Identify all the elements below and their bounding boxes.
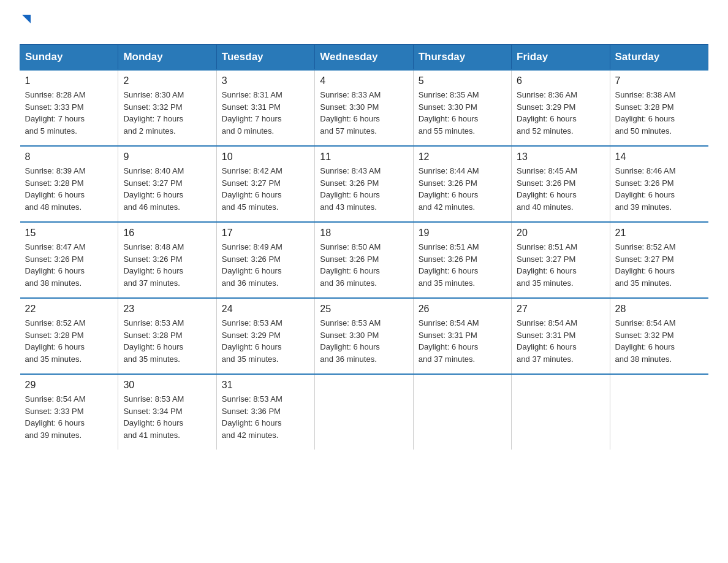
day-info: Sunrise: 8:54 AM Sunset: 3:31 PM Dayligh… — [517, 317, 604, 365]
calendar-cell — [512, 374, 610, 450]
calendar-cell: 29 Sunrise: 8:54 AM Sunset: 3:33 PM Dayl… — [20, 374, 118, 450]
calendar-cell: 24 Sunrise: 8:53 AM Sunset: 3:29 PM Dayl… — [216, 298, 314, 374]
col-header-tuesday: Tuesday — [216, 45, 314, 71]
day-number: 14 — [615, 151, 703, 163]
logo-arrow-icon — [20, 12, 33, 26]
calendar-cell: 27 Sunrise: 8:54 AM Sunset: 3:31 PM Dayl… — [512, 298, 610, 374]
day-info: Sunrise: 8:52 AM Sunset: 3:27 PM Dayligh… — [615, 241, 703, 289]
day-info: Sunrise: 8:53 AM Sunset: 3:28 PM Dayligh… — [123, 317, 211, 365]
day-info: Sunrise: 8:43 AM Sunset: 3:26 PM Dayligh… — [320, 165, 408, 213]
calendar-cell — [413, 374, 511, 450]
calendar-cell: 25 Sunrise: 8:53 AM Sunset: 3:30 PM Dayl… — [315, 298, 413, 374]
calendar-cell: 30 Sunrise: 8:53 AM Sunset: 3:34 PM Dayl… — [118, 374, 216, 450]
day-number: 4 — [320, 75, 408, 86]
day-info: Sunrise: 8:31 AM Sunset: 3:31 PM Dayligh… — [222, 89, 309, 137]
day-info: Sunrise: 8:48 AM Sunset: 3:26 PM Dayligh… — [123, 241, 211, 289]
calendar-week-row: 15 Sunrise: 8:47 AM Sunset: 3:26 PM Dayl… — [20, 222, 708, 298]
day-info: Sunrise: 8:47 AM Sunset: 3:26 PM Dayligh… — [25, 241, 113, 289]
day-info: Sunrise: 8:45 AM Sunset: 3:26 PM Dayligh… — [517, 165, 604, 213]
calendar-cell: 8 Sunrise: 8:39 AM Sunset: 3:28 PM Dayli… — [20, 146, 118, 222]
calendar-cell: 12 Sunrise: 8:44 AM Sunset: 3:26 PM Dayl… — [413, 146, 511, 222]
calendar-cell: 31 Sunrise: 8:53 AM Sunset: 3:36 PM Dayl… — [216, 374, 314, 450]
col-header-thursday: Thursday — [413, 45, 511, 71]
calendar-cell: 6 Sunrise: 8:36 AM Sunset: 3:29 PM Dayli… — [512, 70, 610, 146]
logo — [20, 15, 33, 32]
calendar-cell: 20 Sunrise: 8:51 AM Sunset: 3:27 PM Dayl… — [512, 222, 610, 298]
day-number: 24 — [222, 304, 309, 315]
day-number: 16 — [123, 228, 211, 239]
day-number: 29 — [25, 380, 113, 391]
day-number: 12 — [419, 151, 506, 163]
day-number: 8 — [25, 151, 113, 163]
calendar-cell: 7 Sunrise: 8:38 AM Sunset: 3:28 PM Dayli… — [610, 70, 708, 146]
day-info: Sunrise: 8:30 AM Sunset: 3:32 PM Dayligh… — [123, 89, 211, 137]
day-number: 6 — [517, 75, 604, 86]
day-number: 20 — [517, 228, 604, 239]
calendar-cell: 5 Sunrise: 8:35 AM Sunset: 3:30 PM Dayli… — [413, 70, 511, 146]
col-header-wednesday: Wednesday — [315, 45, 413, 71]
calendar-cell: 13 Sunrise: 8:45 AM Sunset: 3:26 PM Dayl… — [512, 146, 610, 222]
day-info: Sunrise: 8:36 AM Sunset: 3:29 PM Dayligh… — [517, 89, 604, 137]
day-info: Sunrise: 8:52 AM Sunset: 3:28 PM Dayligh… — [25, 317, 113, 365]
day-info: Sunrise: 8:54 AM Sunset: 3:33 PM Dayligh… — [25, 393, 113, 441]
calendar-cell: 9 Sunrise: 8:40 AM Sunset: 3:27 PM Dayli… — [118, 146, 216, 222]
col-header-friday: Friday — [512, 45, 610, 71]
day-info: Sunrise: 8:53 AM Sunset: 3:36 PM Dayligh… — [222, 393, 309, 441]
day-number: 22 — [25, 304, 113, 315]
calendar-cell: 26 Sunrise: 8:54 AM Sunset: 3:31 PM Dayl… — [413, 298, 511, 374]
day-number: 5 — [419, 75, 506, 86]
calendar-cell: 16 Sunrise: 8:48 AM Sunset: 3:26 PM Dayl… — [118, 222, 216, 298]
day-info: Sunrise: 8:53 AM Sunset: 3:30 PM Dayligh… — [320, 317, 408, 365]
calendar-cell: 23 Sunrise: 8:53 AM Sunset: 3:28 PM Dayl… — [118, 298, 216, 374]
day-number: 15 — [25, 228, 113, 239]
calendar-cell: 10 Sunrise: 8:42 AM Sunset: 3:27 PM Dayl… — [216, 146, 314, 222]
day-info: Sunrise: 8:51 AM Sunset: 3:27 PM Dayligh… — [517, 241, 604, 289]
calendar-cell: 4 Sunrise: 8:33 AM Sunset: 3:30 PM Dayli… — [315, 70, 413, 146]
day-number: 28 — [615, 304, 703, 315]
calendar-cell: 18 Sunrise: 8:50 AM Sunset: 3:26 PM Dayl… — [315, 222, 413, 298]
calendar-cell: 3 Sunrise: 8:31 AM Sunset: 3:31 PM Dayli… — [216, 70, 314, 146]
calendar-table: SundayMondayTuesdayWednesdayThursdayFrid… — [20, 44, 708, 450]
day-number: 11 — [320, 151, 408, 163]
day-info: Sunrise: 8:39 AM Sunset: 3:28 PM Dayligh… — [25, 165, 113, 213]
day-info: Sunrise: 8:50 AM Sunset: 3:26 PM Dayligh… — [320, 241, 408, 289]
day-number: 18 — [320, 228, 408, 239]
day-number: 7 — [615, 75, 703, 86]
calendar-cell — [610, 374, 708, 450]
day-number: 9 — [123, 151, 211, 163]
day-info: Sunrise: 8:44 AM Sunset: 3:26 PM Dayligh… — [419, 165, 506, 213]
calendar-week-row: 22 Sunrise: 8:52 AM Sunset: 3:28 PM Dayl… — [20, 298, 708, 374]
day-number: 23 — [123, 304, 211, 315]
calendar-cell: 11 Sunrise: 8:43 AM Sunset: 3:26 PM Dayl… — [315, 146, 413, 222]
calendar-cell: 15 Sunrise: 8:47 AM Sunset: 3:26 PM Dayl… — [20, 222, 118, 298]
day-info: Sunrise: 8:53 AM Sunset: 3:29 PM Dayligh… — [222, 317, 309, 365]
day-info: Sunrise: 8:51 AM Sunset: 3:26 PM Dayligh… — [419, 241, 506, 289]
day-number: 25 — [320, 304, 408, 315]
day-number: 1 — [25, 75, 113, 86]
day-info: Sunrise: 8:54 AM Sunset: 3:31 PM Dayligh… — [419, 317, 506, 365]
svg-marker-0 — [22, 15, 31, 23]
day-number: 30 — [123, 380, 211, 391]
day-number: 3 — [222, 75, 309, 86]
day-number: 31 — [222, 380, 309, 391]
calendar-cell — [315, 374, 413, 450]
day-info: Sunrise: 8:54 AM Sunset: 3:32 PM Dayligh… — [615, 317, 703, 365]
calendar-cell: 28 Sunrise: 8:54 AM Sunset: 3:32 PM Dayl… — [610, 298, 708, 374]
day-info: Sunrise: 8:35 AM Sunset: 3:30 PM Dayligh… — [419, 89, 506, 137]
calendar-cell: 21 Sunrise: 8:52 AM Sunset: 3:27 PM Dayl… — [610, 222, 708, 298]
day-info: Sunrise: 8:49 AM Sunset: 3:26 PM Dayligh… — [222, 241, 309, 289]
calendar-cell: 17 Sunrise: 8:49 AM Sunset: 3:26 PM Dayl… — [216, 222, 314, 298]
calendar-header-row: SundayMondayTuesdayWednesdayThursdayFrid… — [20, 45, 708, 71]
calendar-cell: 2 Sunrise: 8:30 AM Sunset: 3:32 PM Dayli… — [118, 70, 216, 146]
calendar-cell: 22 Sunrise: 8:52 AM Sunset: 3:28 PM Dayl… — [20, 298, 118, 374]
day-number: 10 — [222, 151, 309, 163]
calendar-week-row: 1 Sunrise: 8:28 AM Sunset: 3:33 PM Dayli… — [20, 70, 708, 146]
day-number: 17 — [222, 228, 309, 239]
day-info: Sunrise: 8:46 AM Sunset: 3:26 PM Dayligh… — [615, 165, 703, 213]
day-number: 2 — [123, 75, 211, 86]
calendar-cell: 19 Sunrise: 8:51 AM Sunset: 3:26 PM Dayl… — [413, 222, 511, 298]
day-info: Sunrise: 8:33 AM Sunset: 3:30 PM Dayligh… — [320, 89, 408, 137]
col-header-monday: Monday — [118, 45, 216, 71]
calendar-week-row: 8 Sunrise: 8:39 AM Sunset: 3:28 PM Dayli… — [20, 146, 708, 222]
day-number: 21 — [615, 228, 703, 239]
